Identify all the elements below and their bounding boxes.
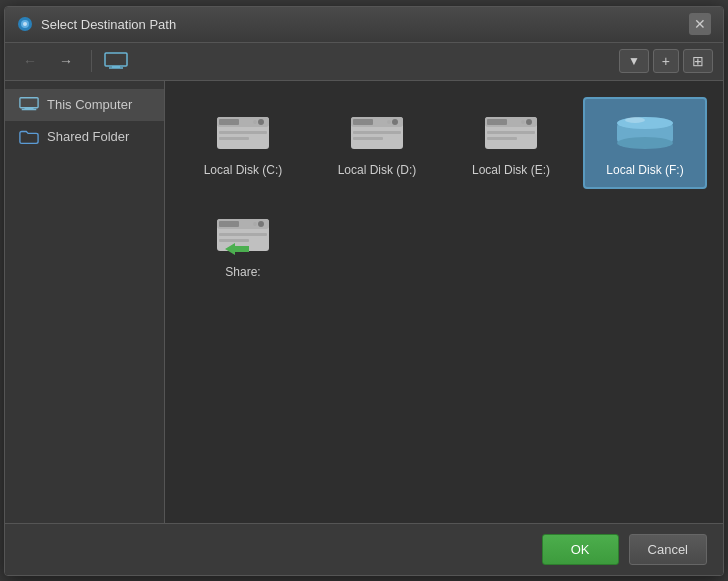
file-item-local-d[interactable]: Local Disk (D:): [315, 97, 439, 189]
forward-button[interactable]: →: [51, 49, 81, 73]
svg-point-32: [617, 137, 673, 149]
sidebar-item-computer-label: This Computer: [47, 97, 132, 112]
svg-point-27: [521, 120, 525, 124]
svg-rect-28: [487, 131, 535, 134]
svg-point-13: [253, 120, 257, 124]
file-item-c-label: Local Disk (C:): [204, 163, 283, 177]
svg-rect-22: [353, 137, 383, 140]
folder-icon: [19, 129, 39, 145]
grid-view-button[interactable]: ⊞: [683, 49, 713, 73]
svg-rect-40: [219, 233, 267, 236]
sidebar-item-shared-label: Shared Folder: [47, 129, 129, 144]
file-item-e-label: Local Disk (E:): [472, 163, 550, 177]
svg-rect-18: [353, 119, 373, 125]
svg-rect-29: [487, 137, 517, 140]
share-drive-icon: [211, 211, 275, 259]
svg-rect-3: [105, 53, 127, 66]
svg-point-19: [392, 119, 398, 125]
file-item-share-label: Share:: [225, 265, 260, 279]
disk-d-icon: [345, 109, 409, 157]
title-bar: Select Destination Path ✕: [5, 7, 723, 43]
app-icon: [17, 16, 33, 32]
cancel-button[interactable]: Cancel: [629, 534, 707, 565]
content-area: This Computer Shared Folder: [5, 81, 723, 523]
file-item-local-e[interactable]: Local Disk (E:): [449, 97, 573, 189]
svg-rect-25: [487, 119, 507, 125]
back-button[interactable]: ←: [15, 49, 45, 73]
file-item-d-label: Local Disk (D:): [338, 163, 417, 177]
svg-point-38: [258, 221, 264, 227]
svg-rect-15: [219, 137, 249, 140]
file-item-local-c[interactable]: Local Disk (C:): [181, 97, 305, 189]
sidebar-item-this-computer[interactable]: This Computer: [5, 89, 164, 121]
disk-c-icon: [211, 109, 275, 157]
file-grid: Local Disk (C:) Local Disk (D:): [181, 97, 707, 291]
svg-rect-14: [219, 131, 267, 134]
svg-rect-37: [219, 221, 239, 227]
svg-point-2: [23, 22, 27, 26]
dialog-title: Select Destination Path: [41, 17, 176, 32]
file-item-local-f[interactable]: Local Disk (F:): [583, 97, 707, 189]
close-button[interactable]: ✕: [689, 13, 711, 35]
footer: OK Cancel: [5, 523, 723, 575]
svg-point-39: [253, 222, 257, 226]
computer-icon: [19, 97, 39, 113]
svg-rect-6: [20, 97, 38, 107]
svg-point-12: [258, 119, 264, 125]
disk-f-icon: [613, 109, 677, 157]
view-dropdown-button[interactable]: ▼: [619, 49, 649, 73]
file-item-f-label: Local Disk (F:): [606, 163, 683, 177]
svg-rect-41: [219, 239, 249, 242]
svg-rect-11: [219, 119, 239, 125]
select-destination-dialog: Select Destination Path ✕ ← → ▼ + ⊞: [4, 6, 724, 576]
svg-point-33: [617, 117, 673, 129]
add-button[interactable]: +: [653, 49, 679, 73]
svg-point-26: [526, 119, 532, 125]
sidebar-item-shared-folder[interactable]: Shared Folder: [5, 121, 164, 153]
file-item-share[interactable]: Share:: [181, 199, 305, 291]
disk-e-icon: [479, 109, 543, 157]
toolbar-separator: [91, 50, 92, 72]
ok-button[interactable]: OK: [542, 534, 619, 565]
sidebar: This Computer Shared Folder: [5, 81, 165, 523]
svg-point-20: [387, 120, 391, 124]
main-content: Local Disk (C:) Local Disk (D:): [165, 81, 723, 523]
svg-rect-21: [353, 131, 401, 134]
monitor-icon: [102, 50, 130, 72]
toolbar: ← → ▼ + ⊞: [5, 43, 723, 81]
svg-point-34: [625, 117, 645, 123]
